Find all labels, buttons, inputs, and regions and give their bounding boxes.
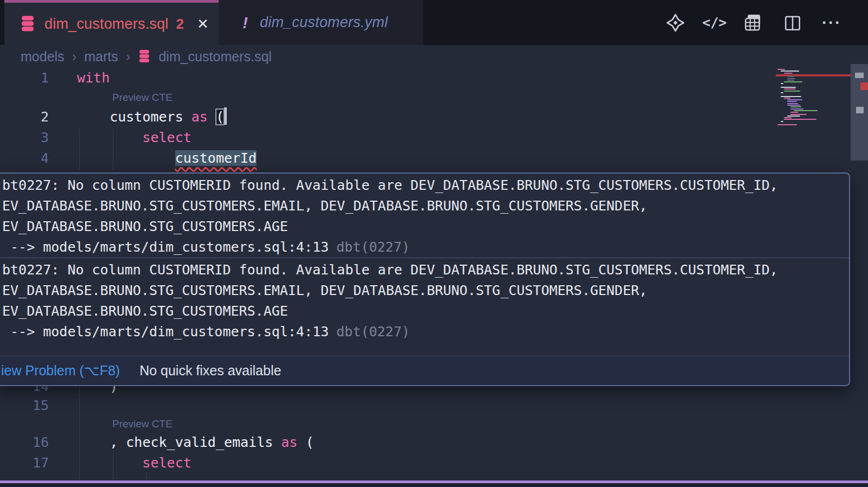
line-content: customerId — [77, 148, 257, 169]
compiled-code-icon[interactable]: </> — [704, 12, 725, 33]
minimap-code-line — [784, 73, 793, 74]
breadcrumb: models › marts › dim_customers.sql — [21, 45, 272, 68]
view-problem-link[interactable]: iew Problem (⌥F8) — [1, 363, 120, 379]
minimap-code-line — [787, 101, 797, 102]
error-message-block: bt0227: No column CUSTOMERID found. Avai… — [0, 174, 849, 258]
tab-dim-customers-sql[interactable]: dim_customers.sql 2 ✕ — [4, 0, 219, 45]
matched-bracket: ( — [216, 109, 224, 125]
code-token: as — [192, 109, 208, 125]
close-icon[interactable]: ✕ — [194, 15, 212, 34]
more-actions-icon[interactable]: ··· — [821, 12, 842, 33]
code-line-3[interactable]: 3 select — [0, 127, 776, 148]
code-editor[interactable]: Preview CTE Preview CTE 1with2 customers… — [0, 68, 868, 487]
scrollbar-cursor-mark — [856, 107, 864, 113]
database-icon — [138, 49, 151, 63]
query-results-icon[interactable] — [743, 12, 764, 33]
minimap-code-line — [787, 80, 794, 81]
error-source-code: dbt(0227) — [336, 324, 410, 339]
no-quick-fixes-label: No quick fixes available — [139, 363, 281, 379]
minimap-code-line — [784, 117, 792, 118]
error-text-line: EV_DATABASE.BRUNO.STG_CUSTOMERS.EMAIL, D… — [2, 196, 849, 216]
code-line-17[interactable]: 17 select — [0, 453, 776, 473]
minimap-code-line — [790, 112, 798, 113]
minimap-code-line — [784, 81, 802, 82]
code-line-4[interactable]: 4 customerId — [0, 148, 776, 169]
error-text-line: EV_DATABASE.BRUNO.STG_CUSTOMERS.AGE — [2, 301, 849, 322]
tab-label: dim_customers.yml — [260, 14, 388, 31]
editor-actions: </> ··· — [665, 0, 842, 45]
minimap-code-line — [794, 110, 818, 111]
minimap-code-line — [784, 119, 816, 120]
text-cursor — [224, 107, 227, 125]
line-content: customers as ( — [77, 107, 227, 127]
line-number: 3 — [0, 127, 49, 148]
line-number: 1 — [0, 68, 49, 88]
scrollbar-error-mark — [860, 82, 868, 90]
chevron-right-icon: › — [72, 48, 77, 65]
line-number: 4 — [0, 148, 49, 169]
minimap-code-line — [787, 76, 794, 77]
database-icon — [20, 15, 36, 33]
code-line-1[interactable]: 1with — [0, 68, 776, 88]
code-line-16[interactable]: 16 , check_valid_emails as ( — [0, 432, 776, 453]
code-token: with — [77, 70, 110, 86]
line-number: 16 — [0, 432, 49, 453]
code-token: as — [281, 434, 297, 450]
minimap-code-line — [790, 108, 803, 110]
error-token: customerId — [175, 150, 257, 166]
code-token: customers — [110, 109, 192, 125]
code-line-2[interactable]: 2 customers as ( — [0, 107, 776, 127]
minimap-code-line — [787, 103, 798, 104]
code-token — [208, 109, 216, 125]
warning-icon: ! — [242, 14, 248, 32]
minimap-code-line — [784, 88, 796, 89]
problem-count-badge: 2 — [176, 16, 183, 33]
minimap-code-line — [781, 96, 801, 97]
chevron-right-icon: › — [126, 48, 131, 65]
minimap-code-line — [781, 71, 799, 72]
error-text-line: bt0227: No column CUSTOMERID found. Avai… — [2, 175, 849, 196]
minimap-code-line — [787, 105, 800, 106]
breadcrumb-item-marts[interactable]: marts — [84, 49, 118, 65]
scrollbar[interactable] — [851, 68, 868, 487]
error-text-line: EV_DATABASE.BRUNO.STG_CUSTOMERS.AGE — [2, 216, 849, 237]
tab-bar: dim_customers.sql 2 ✕ ! dim_customers.ym… — [0, 0, 868, 45]
minimap-code-line — [781, 121, 783, 122]
minimap-code-line — [787, 116, 800, 117]
line-content: select — [77, 453, 192, 473]
hover-status-bar: iew Problem (⌥F8) No quick fixes availab… — [0, 356, 849, 385]
tab-dim-customers-yml[interactable]: ! dim_customers.yml — [219, 0, 423, 45]
line-number: 2 — [0, 107, 49, 127]
error-location-line: --> models/marts/dim_customers.sql:4:13d… — [2, 237, 849, 258]
line-number: 15 — [0, 395, 49, 416]
error-text-line: bt0227: No column CUSTOMERID found. Avai… — [2, 260, 849, 280]
problem-hover-popup: bt0227: No column CUSTOMERID found. Avai… — [0, 172, 850, 386]
line-number: 17 — [0, 453, 49, 473]
breadcrumb-item-file[interactable]: dim_customers.sql — [158, 49, 271, 65]
code-token: select — [142, 130, 191, 145]
error-location-line: --> models/marts/dim_customers.sql:4:13d… — [2, 322, 849, 342]
code-line-15[interactable]: 15 — [0, 395, 776, 416]
minimap-code-line — [790, 106, 801, 107]
dbt-logo-icon[interactable] — [665, 12, 686, 33]
line-content: , check_valid_emails as ( — [77, 432, 314, 453]
minimap-code-line — [787, 99, 802, 100]
codelens-preview-cte[interactable]: Preview CTE — [112, 88, 173, 107]
code-token: , check_valid_emails — [110, 434, 281, 450]
line-content: select — [77, 127, 192, 148]
tab-label: dim_customers.sql — [44, 16, 168, 33]
minimap-code-line — [784, 98, 790, 99]
codelens-preview-cte[interactable]: Preview CTE — [112, 415, 173, 433]
minimap-code-line — [781, 83, 783, 84]
bottom-edge — [0, 483, 868, 487]
minimap-code-line — [787, 78, 795, 79]
minimap-code-line — [790, 114, 807, 115]
code-token: ( — [297, 434, 314, 450]
minimap-code-line — [781, 87, 796, 88]
breadcrumb-item-models[interactable]: models — [21, 49, 65, 65]
scrollbar-cursor-mark — [855, 73, 864, 78]
code-token: select — [142, 455, 191, 471]
minimap-code-line — [781, 92, 783, 93]
minimap-code-line — [777, 124, 797, 125]
split-editor-icon[interactable] — [782, 12, 803, 33]
